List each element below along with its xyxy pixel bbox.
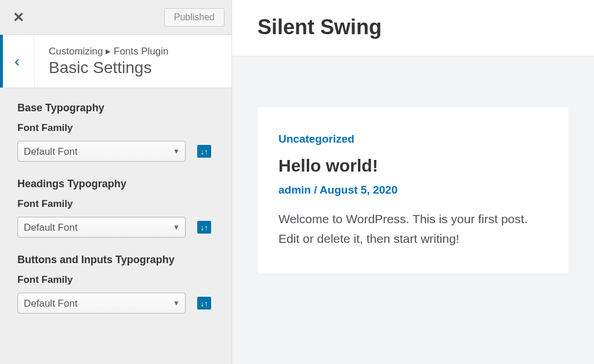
breadcrumb-panel: ‹ Customizing ▸ Fonts Plugin Basic Setti… [0, 35, 231, 88]
back-button[interactable]: ‹ [0, 35, 35, 88]
section-heading-headings: Headings Typography [17, 178, 214, 190]
post-date: August 5, 2020 [320, 184, 397, 196]
site-header: Silent Swing [232, 0, 594, 56]
preview-pane: Silent Swing Uncategorized Hello world! … [232, 0, 594, 364]
base-font-select[interactable]: Default Font [17, 141, 186, 162]
post-card: Uncategorized Hello world! admin / Augus… [258, 107, 568, 274]
post-excerpt: Welcome to WordPress. This is your first… [278, 209, 548, 248]
buttons-font-select[interactable]: Default Font [17, 293, 186, 314]
breadcrumb-path: Customizing ▸ Fonts Plugin [49, 45, 220, 57]
field-label: Font Family [17, 274, 214, 286]
customizer-topbar: ✕ Published [0, 0, 231, 35]
settings-toggle-icon[interactable]: ↓↑ [197, 221, 211, 234]
customizer-sidebar: ✕ Published ‹ Customizing ▸ Fonts Plugin… [0, 0, 232, 364]
controls-list: Base Typography Font Family Default Font… [0, 88, 231, 344]
post-category-link[interactable]: Uncategorized [278, 133, 548, 145]
field-label: Font Family [17, 198, 214, 210]
post-title-link[interactable]: Hello world! [278, 156, 548, 176]
section-heading-base: Base Typography [17, 102, 214, 114]
chevron-left-icon: ‹ [15, 52, 20, 71]
settings-toggle-icon[interactable]: ↓↑ [197, 145, 211, 158]
page-title: Basic Settings [49, 59, 220, 77]
published-button[interactable]: Published [164, 8, 224, 27]
field-label: Font Family [17, 122, 214, 134]
post-meta: admin / August 5, 2020 [278, 184, 548, 196]
preview-body: Uncategorized Hello world! admin / Augus… [232, 56, 594, 364]
close-icon[interactable]: ✕ [13, 9, 24, 26]
section-heading-buttons: Buttons and Inputs Typography [17, 254, 214, 266]
settings-toggle-icon[interactable]: ↓↑ [197, 297, 211, 310]
site-title[interactable]: Silent Swing [258, 15, 568, 39]
post-author-link[interactable]: admin [278, 184, 311, 196]
headings-font-select[interactable]: Default Font [17, 217, 186, 238]
